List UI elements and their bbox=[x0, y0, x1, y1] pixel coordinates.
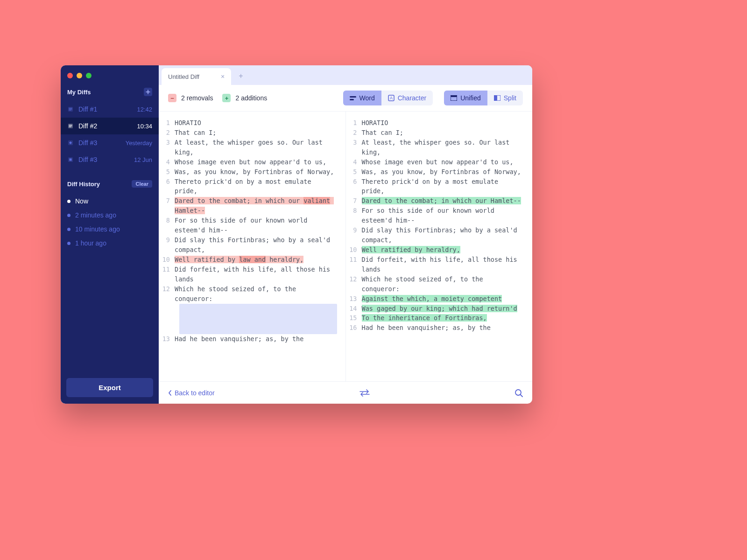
line-number: 3 bbox=[349, 138, 362, 147]
sidebar-diff-item[interactable]: Diff #112:42 bbox=[61, 101, 159, 118]
document-icon bbox=[67, 156, 74, 163]
diff-item-time: 10:34 bbox=[137, 123, 152, 130]
export-button[interactable]: Export bbox=[66, 378, 153, 397]
character-mode-button[interactable]: A Character bbox=[381, 91, 433, 105]
diff-line: 8For so this side of our known world est… bbox=[162, 216, 343, 235]
history-item-label: Now bbox=[75, 197, 88, 205]
window-controls bbox=[61, 70, 159, 85]
history-item-label: 1 hour ago bbox=[75, 239, 106, 247]
line-number: 6 bbox=[349, 177, 362, 187]
diff-pane-left[interactable]: 1HORATIO2That can I;3At least, the whisp… bbox=[159, 112, 346, 381]
line-text: At least, the whisper goes so. Our last … bbox=[175, 138, 343, 157]
diff-line: 1HORATIO bbox=[349, 118, 530, 128]
diff-line: 14Was gaged by our king; which had retur… bbox=[349, 304, 530, 314]
diff-item-time: Yesterday bbox=[126, 140, 152, 147]
unified-mode-button[interactable]: Unified bbox=[444, 91, 487, 105]
diff-filler bbox=[179, 304, 337, 334]
tab-add-button[interactable]: + bbox=[234, 67, 247, 85]
diff-line: 3At least, the whisper goes so. Our last… bbox=[349, 138, 530, 157]
split-icon bbox=[494, 95, 500, 101]
removals-icon: − bbox=[168, 94, 176, 102]
sidebar: My Diffs Diff #112:42Diff #210:34Diff #3… bbox=[61, 65, 159, 404]
removals-count: 2 removals bbox=[181, 94, 213, 102]
diff-line: 15To the inheritance of Fortinbras, bbox=[349, 313, 530, 323]
line-number: 16 bbox=[349, 323, 362, 333]
line-text: To the inheritance of Fortinbras, bbox=[362, 313, 530, 323]
diff-item-time: 12 Jun bbox=[134, 156, 152, 163]
sidebar-diff-item[interactable]: Diff #3Yesterday bbox=[61, 134, 159, 151]
diff-line: 4Whose image even but now appear'd to us… bbox=[162, 157, 343, 167]
toolbar: − 2 removals + 2 additions Word A Charac… bbox=[159, 85, 532, 112]
sidebar-diff-item[interactable]: Diff #210:34 bbox=[61, 118, 159, 134]
diff-line: 1HORATIO bbox=[162, 118, 343, 128]
document-icon bbox=[67, 106, 74, 112]
history-item[interactable]: 1 hour ago bbox=[67, 236, 152, 250]
split-mode-button[interactable]: Split bbox=[487, 91, 523, 105]
line-text: Did slay this Fortinbras; who by a seal'… bbox=[362, 225, 530, 245]
line-number: 4 bbox=[162, 157, 175, 167]
diff-line: 13Had he been vanquisher; as, by the bbox=[162, 334, 343, 344]
history-item[interactable]: 2 minutes ago bbox=[67, 208, 152, 222]
line-text: Had he been vanquisher; as, by the bbox=[362, 323, 530, 333]
svg-point-13 bbox=[515, 390, 521, 395]
line-text: At least, the whisper goes so. Our last … bbox=[362, 138, 530, 157]
line-text: Was gaged by our king; which had return'… bbox=[362, 304, 530, 314]
diff-line: 4Whose image even but now appear'd to us… bbox=[349, 157, 530, 167]
line-text: Dared to the combat; in which our Hamlet… bbox=[362, 196, 530, 206]
maximize-window-icon[interactable] bbox=[86, 73, 92, 78]
svg-rect-10 bbox=[451, 95, 457, 97]
diff-line: 12Which he stood seized of, to the conqu… bbox=[162, 284, 343, 304]
diff-line: 12Which he stood seized of, to the conqu… bbox=[349, 274, 530, 294]
granularity-segmented: Word A Character bbox=[343, 91, 433, 105]
line-text: Well ratified by law and heraldry, bbox=[175, 255, 343, 265]
clear-history-button[interactable]: Clear bbox=[132, 180, 152, 188]
swap-icon[interactable] bbox=[358, 389, 371, 397]
search-icon[interactable] bbox=[514, 389, 523, 397]
line-number: 14 bbox=[349, 304, 362, 314]
sidebar-diff-item[interactable]: Diff #312 Jun bbox=[61, 151, 159, 168]
line-text: Thereto prick'd on by a most emulate pri… bbox=[175, 177, 343, 196]
line-text: Which he stood seized of, to the conquer… bbox=[175, 284, 343, 304]
line-text: Did forfeit, with his life, all those hi… bbox=[175, 265, 343, 284]
line-text: Dared to the combat; in which our valian… bbox=[175, 196, 343, 216]
tab-untitled[interactable]: Untitled Diff × bbox=[162, 68, 231, 85]
line-number: 8 bbox=[162, 216, 175, 225]
diff-item-label: Diff #3 bbox=[78, 139, 97, 147]
history-item[interactable]: 10 minutes ago bbox=[67, 222, 152, 236]
back-to-editor-button[interactable]: Back to editor bbox=[168, 389, 215, 397]
footer: Back to editor bbox=[159, 381, 532, 404]
line-number: 8 bbox=[349, 206, 362, 216]
diff-line: 2That can I; bbox=[162, 128, 343, 138]
line-number: 10 bbox=[162, 255, 175, 265]
line-text: HORATIO bbox=[175, 118, 343, 128]
diff-line: 7Dared to the combat; in which our valia… bbox=[162, 196, 343, 216]
minimize-window-icon[interactable] bbox=[77, 73, 82, 78]
line-text: Did forfeit, with his life, all those hi… bbox=[362, 255, 530, 274]
line-text: Which he stood seized of, to the conquer… bbox=[362, 274, 530, 294]
layout-segmented: Unified Split bbox=[444, 91, 523, 105]
diff-line: 3At least, the whisper goes so. Our last… bbox=[162, 138, 343, 157]
svg-text:A: A bbox=[390, 96, 393, 100]
diff-line: 11Did forfeit, with his life, all those … bbox=[349, 255, 530, 274]
diff-line: 9Did slay this Fortinbras; who by a seal… bbox=[162, 235, 343, 255]
diff-pane-right[interactable]: 1HORATIO2That can I;3At least, the whisp… bbox=[346, 112, 533, 381]
line-text: Whose image even but now appear'd to us, bbox=[362, 157, 530, 167]
diff-line: 5Was, as you know, by Fortinbras of Norw… bbox=[162, 167, 343, 177]
word-mode-button[interactable]: Word bbox=[343, 91, 381, 105]
main-area: Untitled Diff × + − 2 removals + 2 addit… bbox=[159, 65, 532, 404]
add-diff-button[interactable] bbox=[144, 88, 152, 96]
line-number: 7 bbox=[162, 196, 175, 206]
additions-icon: + bbox=[222, 94, 231, 102]
line-number: 15 bbox=[349, 313, 362, 323]
line-text: Was, as you know, by Fortinbras of Norwa… bbox=[175, 167, 343, 177]
diff-line: 16Had he been vanquisher; as, by the bbox=[349, 323, 530, 333]
close-window-icon[interactable] bbox=[67, 73, 73, 78]
history-item[interactable]: Now bbox=[67, 194, 152, 208]
tab-close-icon[interactable]: × bbox=[221, 73, 225, 80]
diff-line: 6Thereto prick'd on by a most emulate pr… bbox=[349, 177, 530, 196]
word-icon bbox=[350, 95, 356, 101]
line-text: HORATIO bbox=[362, 118, 530, 128]
diff-item-time: 12:42 bbox=[137, 106, 152, 113]
line-text: That can I; bbox=[175, 128, 343, 138]
diff-list: Diff #112:42Diff #210:34Diff #3Yesterday… bbox=[61, 101, 159, 168]
